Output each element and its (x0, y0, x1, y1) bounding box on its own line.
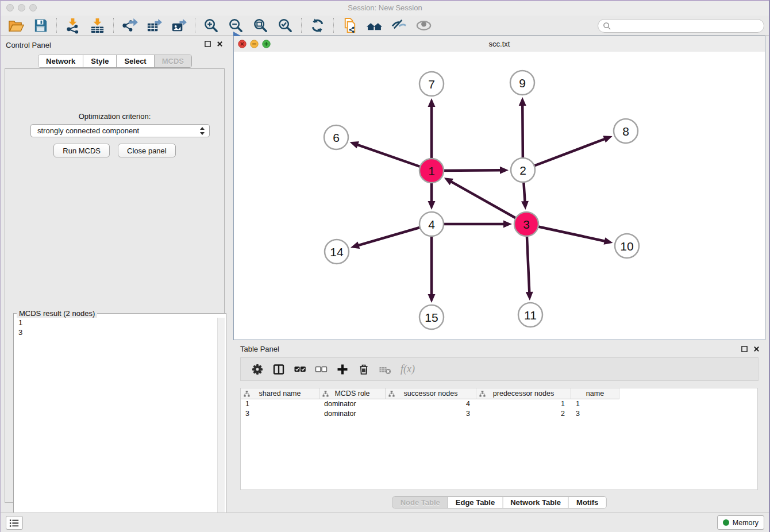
zoom-selected-icon[interactable] (273, 17, 298, 34)
column-label: predecessor nodes (493, 390, 554, 398)
add-icon[interactable] (332, 361, 353, 378)
table-cell[interactable]: 1 (571, 399, 619, 409)
tab-select[interactable]: Select (117, 55, 154, 67)
table-header-row: shared nameMCDS rolesuccessor nodesprede… (241, 388, 757, 399)
tab-edge-table[interactable]: Edge Table (448, 497, 503, 508)
list-icon (9, 519, 20, 527)
zoom-in-icon[interactable] (199, 17, 224, 34)
deselect-all-icon[interactable] (310, 361, 332, 378)
close-table-panel-icon[interactable] (753, 346, 760, 352)
result-scrollbar[interactable] (217, 318, 225, 527)
node-label: 1 (428, 164, 435, 178)
sort-hierarchy-icon (388, 391, 395, 397)
control-panel: Control Panel NetworkStyleSelectMCDS Opt… (0, 36, 230, 512)
mcds-result-box: MCDS result (2 nodes) 13 (13, 313, 226, 529)
toolbar-divider (301, 18, 302, 33)
show-details-icon[interactable] (411, 17, 436, 34)
delete-table-icon[interactable] (374, 361, 395, 378)
tab-network-table[interactable]: Network Table (503, 497, 569, 508)
column-header-mcds-role[interactable]: MCDS role (319, 388, 386, 399)
task-history-button[interactable] (6, 516, 23, 530)
edge-arrowhead (521, 201, 529, 210)
chevron-updown-icon (199, 126, 205, 136)
network-canvas[interactable]: 1234678910111415 (234, 52, 765, 340)
search-box[interactable] (598, 19, 764, 33)
column-label: name (586, 390, 604, 398)
export-table-icon[interactable] (142, 17, 167, 34)
table-cell[interactable]: 2 (476, 409, 571, 419)
export-image-icon[interactable] (167, 17, 191, 34)
delete-icon[interactable] (353, 361, 374, 378)
window-edge-left (0, 0, 1, 532)
table-row-2[interactable]: 3dominator323 (241, 409, 757, 419)
sort-hierarchy-icon (244, 391, 250, 397)
toolbar-divider (333, 18, 334, 33)
optimization-criterion-dropdown[interactable]: strongly connected component (30, 124, 210, 137)
tab-motifs[interactable]: Motifs (569, 497, 606, 508)
control-panel-tabs: NetworkStyleSelectMCDS (38, 55, 192, 68)
close-panel-button[interactable]: Close panel (118, 144, 176, 157)
app-titlebar: Session: New Session (0, 0, 770, 16)
table-cell[interactable]: 3 (571, 409, 619, 419)
refresh-icon[interactable] (305, 17, 330, 34)
table-row-1[interactable]: 1dominator411 (241, 399, 757, 409)
table-cell[interactable]: dominator (319, 399, 386, 409)
first-neighbors-icon[interactable] (362, 17, 387, 34)
select-all-icon[interactable] (289, 361, 310, 378)
edge-arrowhead (428, 294, 436, 303)
float-panel-icon[interactable] (205, 41, 211, 47)
hide-details-icon[interactable] (387, 17, 411, 34)
function-builder-icon[interactable]: f(x) (395, 361, 417, 378)
edge-2-8[interactable] (523, 138, 605, 170)
table-cell[interactable]: 3 (386, 409, 476, 419)
tab-style[interactable]: Style (83, 55, 117, 67)
mcds-result-area[interactable]: 13 (15, 318, 225, 527)
window-edge-top (0, 0, 770, 1)
node-label: 11 (524, 309, 537, 322)
sort-hierarchy-icon (322, 391, 329, 397)
memory-button[interactable]: Memory (717, 515, 764, 530)
search-icon (603, 22, 611, 30)
edge-arrowhead (526, 292, 533, 300)
mcds-result-value: 1 (15, 318, 225, 327)
close-panel-icon[interactable] (217, 41, 223, 47)
edge-arrowhead (428, 98, 436, 107)
table-cell[interactable]: 3 (241, 409, 319, 419)
settings-gear-icon[interactable] (247, 361, 268, 378)
open-session-icon[interactable] (3, 17, 28, 34)
table-cell[interactable]: 1 (476, 399, 571, 409)
table-cell[interactable]: dominator (319, 409, 386, 419)
tab-node-table[interactable]: Node Table (393, 497, 448, 508)
save-session-icon[interactable] (28, 17, 53, 34)
edge-3-1[interactable] (451, 182, 526, 224)
export-network-icon[interactable] (117, 17, 142, 34)
zoom-fit-icon[interactable] (248, 17, 273, 34)
tab-network[interactable]: Network (38, 55, 83, 67)
table-body: 1dominator4113dominator323 (241, 399, 757, 418)
table-cell[interactable]: 1 (241, 399, 319, 409)
tab-mcds[interactable]: MCDS (155, 55, 191, 67)
import-table-icon[interactable] (85, 17, 110, 34)
column-header-predecessor-nodes[interactable]: predecessor nodes (476, 388, 571, 399)
copy-view-icon[interactable] (337, 17, 362, 34)
table-toolbar: f(x) (240, 357, 759, 381)
toolbar-divider (195, 18, 195, 33)
search-input[interactable] (614, 21, 764, 31)
column-header-successor-nodes[interactable]: successor nodes (386, 388, 476, 399)
column-header-name[interactable]: name (571, 388, 619, 399)
table-cell[interactable]: 4 (386, 399, 476, 409)
network-window-titlebar[interactable]: scc.txt (234, 36, 765, 52)
mcds-panel: Optimization criterion: strongly connect… (5, 68, 225, 503)
show-columns-icon[interactable] (268, 361, 289, 378)
edge-arrowhead (603, 136, 612, 142)
run-mcds-button[interactable]: Run MCDS (53, 144, 110, 157)
toolbar-divider (113, 18, 114, 33)
status-bar: Memory (0, 512, 770, 532)
edge-arrowhead (351, 242, 360, 249)
column-header-shared-name[interactable]: shared name (241, 388, 319, 399)
float-table-panel-icon[interactable] (741, 346, 748, 352)
edge-arrowhead (500, 167, 509, 174)
node-label: 7 (428, 78, 435, 91)
import-network-icon[interactable] (60, 17, 85, 34)
network-view-title: scc.txt (234, 36, 765, 52)
